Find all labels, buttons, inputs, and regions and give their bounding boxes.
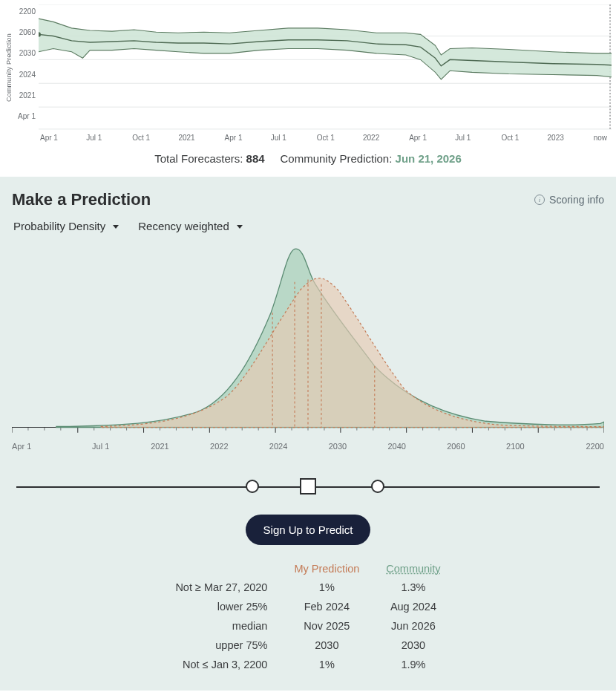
community-median-value: Jun 21, 2026 [396, 152, 462, 165]
table-row: lower 25%Feb 2024Aug 2024 [162, 597, 453, 616]
panel-title: Make a Prediction [12, 190, 530, 209]
slider-handle-p25[interactable] [246, 480, 259, 493]
col-community[interactable]: Community [373, 560, 453, 578]
weighting-selector[interactable]: Recency weighted [138, 220, 243, 232]
density-chart-svg [12, 240, 604, 439]
y-axis-label: Community Prediction [4, 4, 13, 131]
stats-table: My Prediction Community Not ≥ Mar 27, 20… [162, 560, 453, 674]
forecaster-count: 884 [246, 152, 265, 165]
table-row: Not ≤ Jan 3, 22001%1.9% [162, 655, 453, 674]
chevron-down-icon [113, 225, 119, 229]
table-row: Not ≥ Mar 27, 20201%1.3% [162, 578, 453, 597]
table-row: upper 75%20302030 [162, 636, 453, 655]
summary-line: Total Forecasters: 884 Community Predict… [4, 142, 612, 177]
col-my-prediction: My Prediction [281, 560, 373, 578]
slider-handle-p75[interactable] [371, 480, 384, 493]
scoring-info-link[interactable]: i Scoring info [534, 194, 604, 206]
timeline-chart: Community Prediction 2200 2060 2030 2024… [0, 0, 616, 177]
x-axis-ticks: Apr 1 Jul 1 Oct 1 2021 Apr 1 Jul 1 Oct 1… [4, 131, 612, 142]
prediction-panel: Make a Prediction i Scoring info Probabi… [0, 177, 616, 691]
signup-button[interactable]: Sign Up to Predict [246, 515, 371, 545]
y-axis-ticks: 2200 2060 2030 2024 2021 Apr 1 [13, 4, 39, 131]
fan-chart-svg [39, 4, 612, 131]
chevron-down-icon [237, 225, 243, 229]
prediction-slider[interactable] [16, 471, 600, 501]
slider-handle-median[interactable] [300, 478, 316, 494]
info-icon: i [534, 195, 545, 205]
table-row: medianNov 2025Jun 2026 [162, 616, 453, 636]
density-x-axis-ticks: Apr 1 Jul 1 2021 2022 2024 2030 2040 206… [12, 439, 604, 451]
table-row: My Prediction Community [162, 560, 453, 578]
density-type-selector[interactable]: Probability Density [13, 220, 119, 232]
